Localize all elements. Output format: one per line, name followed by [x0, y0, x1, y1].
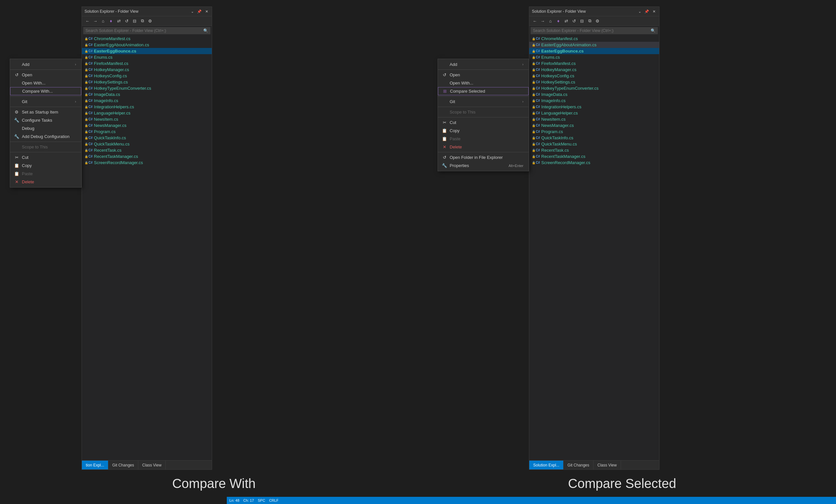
ctx-r-cut[interactable]: ✂ Cut — [438, 118, 529, 127]
ctx-configure-tasks[interactable]: 🔧 Configure Tasks — [10, 116, 81, 124]
ctx-compare-with[interactable]: Compare With... — [10, 87, 81, 95]
right-search-input[interactable] — [533, 28, 651, 33]
ctx-open[interactable]: ↺ Open — [10, 71, 81, 79]
file-ChromeManifest[interactable]: 🔒 C# ChromeManifest.cs — [82, 36, 212, 42]
file-Integration[interactable]: 🔒C# IntegrationHelpers.cs — [82, 104, 212, 110]
file-EasterEggAbout[interactable]: 🔒 C# EasterEggAboutAnimation.cs — [82, 42, 212, 48]
file-NewsItem[interactable]: 🔒C# NewsItem.cs — [82, 116, 212, 122]
file-ImageInfo[interactable]: 🔒C# ImageInfo.cs — [82, 98, 212, 104]
r-back-btn[interactable]: ← — [531, 17, 538, 24]
r-file-ImageData[interactable]: 🔒C# ImageData.cs — [529, 91, 659, 98]
r-properties-icon: 🔧 — [442, 163, 447, 168]
lock-icon-5: 🔒 — [84, 62, 88, 65]
ctx-add-debug[interactable]: 🔧 Add Debug Configuration — [10, 132, 81, 141]
r-settings-btn[interactable]: ⚙ — [594, 17, 601, 24]
r-filename-18: QuickTaskMenu.cs — [542, 141, 577, 147]
file-RecentTask[interactable]: 🔒C# RecentTask.cs — [82, 147, 212, 153]
settings-btn[interactable]: ⚙ — [147, 17, 154, 24]
back-btn[interactable]: ← — [84, 17, 91, 24]
left-pin-btn[interactable]: 📌 — [197, 9, 202, 14]
file-QuickTaskInfo[interactable]: 🔒C# QuickTaskInfo.cs — [82, 135, 212, 141]
toggle-btn[interactable]: ⧉ — [139, 17, 146, 24]
file-QuickTaskMenu[interactable]: 🔒C# QuickTaskMenu.cs — [82, 141, 212, 147]
r-chevron-btn[interactable]: ⌄ — [637, 9, 642, 14]
left-search-bar[interactable]: 🔍 — [83, 27, 210, 34]
r-file-EasterEggBounce[interactable]: 🔒C# EasterEggBounce.cs — [529, 48, 659, 54]
ctx-r-properties[interactable]: 🔧 Properties Alt+Enter — [438, 161, 529, 170]
home-btn[interactable]: ⌂ — [99, 17, 107, 24]
r-file-RecentTaskMgr[interactable]: 🔒C# RecentTaskManager.cs — [529, 153, 659, 159]
file-HotkeySettings[interactable]: 🔒C# HotkeySettings.cs — [82, 79, 212, 85]
right-search-bar[interactable]: 🔍 — [531, 27, 658, 34]
file-NewsManager[interactable]: 🔒C# NewsManager.cs — [82, 122, 212, 129]
r-file-HotkeysConfig[interactable]: 🔒C# HotkeysConfig.cs — [529, 73, 659, 79]
ctx-debug[interactable]: Debug — [10, 124, 81, 132]
r-home-btn[interactable]: ⌂ — [547, 17, 554, 24]
ctx-r-open[interactable]: ↺ Open — [438, 71, 529, 79]
r-sync-btn[interactable]: ⇄ — [563, 17, 570, 24]
left-tab-class[interactable]: Class View — [138, 461, 166, 469]
file-Enums[interactable]: 🔒C# Enums.cs — [82, 54, 212, 60]
r-toggle-btn[interactable]: ⧉ — [586, 17, 593, 24]
sync-btn[interactable]: ⇄ — [115, 17, 122, 24]
r-forward-btn[interactable]: → — [539, 17, 546, 24]
file-Firefox[interactable]: 🔒C# FirefoxManifest.cs — [82, 60, 212, 66]
left-tab-explorer[interactable]: tion Expl... — [82, 461, 108, 469]
r-file-EasterEggAbout[interactable]: 🔒C# EasterEggAboutAnimation.cs — [529, 42, 659, 48]
ctx-delete[interactable]: ✕ Delete — [10, 178, 81, 186]
r-file-Integration[interactable]: 🔒C# IntegrationHelpers.cs — [529, 104, 659, 110]
ctx-r-delete[interactable]: ✕ Delete — [438, 143, 529, 151]
file-HotkeyManager[interactable]: 🔒C# HotkeyManager.cs — [82, 66, 212, 73]
r-file-Enums[interactable]: 🔒C# Enums.cs — [529, 54, 659, 60]
right-tab-git[interactable]: Git Changes — [564, 461, 593, 469]
ctx-r-open-folder[interactable]: ↺ Open Folder in File Explorer — [438, 153, 529, 161]
r-pin-btn[interactable]: 📌 — [644, 9, 649, 14]
ctx-copy[interactable]: 📋 Copy — [10, 161, 81, 170]
r-file-QuickTaskInfo[interactable]: 🔒C# QuickTaskInfo.cs — [529, 135, 659, 141]
left-chevron-btn[interactable]: ⌄ — [190, 9, 195, 14]
right-titlebar: Solution Explorer - Folder View ⌄ 📌 ✕ — [529, 7, 659, 16]
file-RecentTaskMgr[interactable]: 🔒C# RecentTaskManager.cs — [82, 153, 212, 159]
r-close-btn[interactable]: ✕ — [651, 9, 657, 14]
ctx-r-compare-selected[interactable]: ⊞ Compare Selected — [438, 87, 529, 95]
file-HotkeysConfig[interactable]: 🔒C# HotkeysConfig.cs — [82, 73, 212, 79]
r-file-HotkeyTypeEnum[interactable]: 🔒C# HotkeyTypeEnumConverter.cs — [529, 85, 659, 91]
collapse-btn[interactable]: ⊟ — [131, 17, 138, 24]
r-file-RecentTask[interactable]: 🔒C# RecentTask.cs — [529, 147, 659, 153]
ctx-startup[interactable]: ⚙ Set as Startup Item — [10, 108, 81, 116]
ctx-r-open-with[interactable]: Open With... — [438, 79, 529, 87]
ctx-git[interactable]: Git › — [10, 98, 81, 106]
ctx-cut[interactable]: ✂ Cut — [10, 153, 81, 161]
file-HotkeyTypeEnum[interactable]: 🔒C# HotkeyTypeEnumConverter.cs — [82, 85, 212, 91]
r-file-Program[interactable]: 🔒C# Program.cs — [529, 129, 659, 135]
file-ScreenRecord[interactable]: 🔒C# ScreenRecordManager.cs — [82, 159, 212, 166]
r-file-NewsManager[interactable]: 🔒C# NewsManager.cs — [529, 122, 659, 129]
ctx-open-with[interactable]: Open With... — [10, 79, 81, 87]
ctx-r-git[interactable]: Git › — [438, 98, 529, 106]
file-Program[interactable]: 🔒C# Program.cs — [82, 129, 212, 135]
r-file-NewsItem[interactable]: 🔒C# NewsItem.cs — [529, 116, 659, 122]
r-file-QuickTaskMenu[interactable]: 🔒C# QuickTaskMenu.cs — [529, 141, 659, 147]
r-refresh-btn[interactable]: ↺ — [570, 17, 577, 24]
right-tab-class[interactable]: Class View — [593, 461, 621, 469]
r-file-HotkeySettings[interactable]: 🔒C# HotkeySettings.cs — [529, 79, 659, 85]
left-tab-git[interactable]: Git Changes — [108, 461, 138, 469]
r-file-Language[interactable]: 🔒C# LanguageHelper.cs — [529, 110, 659, 116]
refresh-btn[interactable]: ↺ — [123, 17, 130, 24]
r-file-ChromeManifest[interactable]: 🔒C# ChromeManifest.cs — [529, 36, 659, 42]
ctx-r-add[interactable]: Add › — [438, 60, 529, 69]
ctx-r-copy[interactable]: 📋 Copy — [438, 127, 529, 135]
r-file-HotkeyMgr[interactable]: 🔒C# HotkeyManager.cs — [529, 66, 659, 73]
r-file-ImageInfo[interactable]: 🔒C# ImageInfo.cs — [529, 98, 659, 104]
r-file-Firefox[interactable]: 🔒C# FirefoxManifest.cs — [529, 60, 659, 66]
right-tab-explorer[interactable]: Solution Expl... — [529, 461, 564, 469]
file-EasterEggBounce[interactable]: 🔒 C# EasterEggBounce.cs — [82, 48, 212, 54]
left-close-btn[interactable]: ✕ — [204, 9, 209, 14]
left-search-input[interactable] — [86, 28, 203, 33]
file-Language[interactable]: 🔒C# LanguageHelper.cs — [82, 110, 212, 116]
r-file-ScreenRecord[interactable]: 🔒C# ScreenRecordManager.cs — [529, 159, 659, 166]
r-collapse-btn[interactable]: ⊟ — [578, 17, 585, 24]
forward-btn[interactable]: → — [92, 17, 99, 24]
file-ImageData[interactable]: 🔒C# ImageData.cs — [82, 91, 212, 98]
ctx-add[interactable]: Add › — [10, 60, 81, 69]
